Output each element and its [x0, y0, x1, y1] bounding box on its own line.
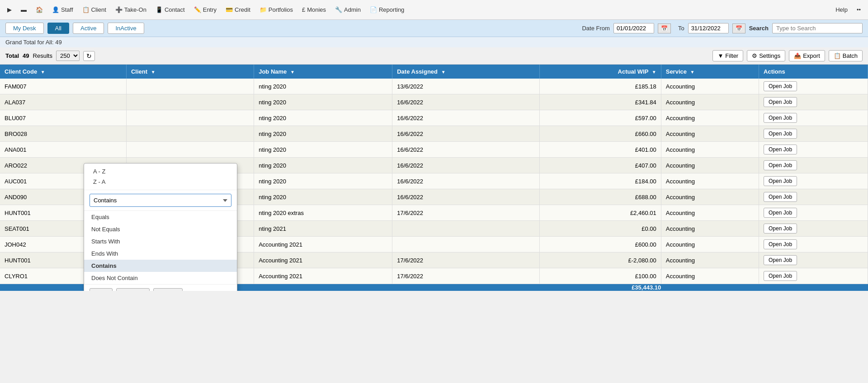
cell-date-assigned: 17/6/2022: [392, 252, 539, 268]
cell-client-code: FAM007: [0, 79, 126, 94]
open-job-button[interactable]: Open Job: [764, 81, 797, 91]
cell-actual-wip: £688.00: [539, 189, 661, 205]
open-job-button[interactable]: Open Job: [764, 113, 797, 123]
open-job-button[interactable]: Open Job: [764, 145, 797, 154]
cell-client: [126, 79, 254, 94]
more-nav[interactable]: ••: [853, 5, 864, 15]
cell-actual-wip: £0.00: [539, 221, 661, 237]
cell-client: [126, 94, 254, 110]
to-label: To: [678, 25, 684, 32]
total-label: Total: [5, 52, 19, 59]
help-nav[interactable]: Help: [832, 5, 851, 15]
open-job-button[interactable]: Open Job: [764, 224, 797, 234]
cell-job-name: Accounting 2021: [254, 237, 392, 252]
cell-actual-wip: £660.00: [539, 126, 661, 142]
open-job-button[interactable]: Open Job: [764, 129, 797, 139]
sort-az-option[interactable]: A - Z: [90, 166, 231, 177]
portfolios-icon: 📁: [259, 6, 267, 13]
open-job-button[interactable]: Open Job: [764, 192, 797, 202]
sort-za-option[interactable]: Z - A: [90, 177, 231, 187]
date-from-input[interactable]: [613, 23, 654, 33]
batch-button[interactable]: 📋 Batch: [829, 50, 863, 61]
credit-nav[interactable]: 💳 Credit: [222, 5, 254, 15]
export-button[interactable]: 📤 Export: [789, 50, 825, 61]
admin-nav[interactable]: 🔧 Admin: [331, 5, 364, 15]
equals-option[interactable]: Equals: [84, 211, 237, 223]
client-code-header[interactable]: Client Code ▼: [0, 65, 126, 79]
service-header[interactable]: Service ▼: [661, 65, 759, 79]
open-job-button[interactable]: Open Job: [764, 271, 797, 281]
search-input[interactable]: [772, 23, 863, 33]
date-assigned-header[interactable]: Date Assigned ▼: [392, 65, 539, 79]
cell-client-code: BLU007: [0, 110, 126, 126]
settings-button[interactable]: ⚙ Settings: [747, 50, 785, 61]
cell-service: Accounting: [661, 158, 759, 173]
menu-icon[interactable]: ▬: [17, 5, 30, 15]
cell-date-assigned: 16/6/2022: [392, 158, 539, 173]
actual-wip-header[interactable]: Actual WIP ▼: [539, 65, 661, 79]
contains-option[interactable]: Contains: [84, 260, 237, 272]
open-job-button[interactable]: Open Job: [764, 97, 797, 107]
reporting-nav[interactable]: 📄 Reporting: [366, 5, 408, 15]
cell-date-assigned: 17/6/2022: [392, 268, 539, 284]
cell-action: Open Job: [759, 94, 868, 110]
job-name-header[interactable]: Job Name ▼: [254, 65, 392, 79]
filter-ok-button[interactable]: Ok: [90, 288, 113, 291]
client-header[interactable]: Client ▼: [126, 65, 254, 79]
cell-job-name: nting 2020: [254, 173, 392, 189]
cell-date-assigned: 16/6/2022: [392, 173, 539, 189]
cell-job-name: nting 2020: [254, 126, 392, 142]
does-not-contain-option[interactable]: Does Not Contain: [84, 272, 237, 284]
cell-actual-wip: £407.00: [539, 158, 661, 173]
cell-date-assigned: [392, 237, 539, 252]
cell-job-name: nting 2020: [254, 142, 392, 158]
results-select[interactable]: 50 100 250 500: [56, 51, 80, 61]
active-tab[interactable]: Active: [73, 23, 104, 34]
filter-icon: ▼: [717, 52, 723, 59]
ends-with-option[interactable]: Ends With: [84, 248, 237, 260]
cell-client-code: BRO028: [0, 126, 126, 142]
refresh-button[interactable]: ↻: [83, 51, 95, 61]
client-nav[interactable]: 📋 Client: [79, 5, 110, 15]
portfolios-nav[interactable]: 📁 Portfolios: [256, 5, 297, 15]
takeon-nav[interactable]: ➕ Take-On: [112, 5, 150, 15]
cell-service: Accounting: [661, 142, 759, 158]
date-to-calendar-button[interactable]: 📅: [732, 23, 745, 33]
open-job-button[interactable]: Open Job: [764, 255, 797, 265]
date-from-calendar-button[interactable]: 📅: [658, 23, 671, 33]
cell-action: Open Job: [759, 126, 868, 142]
staff-nav[interactable]: 👤 Staff: [48, 5, 77, 15]
all-tab[interactable]: All: [47, 23, 69, 34]
date-to-input[interactable]: [688, 23, 729, 33]
filter-clear-button[interactable]: Clear: [153, 288, 183, 291]
cell-action: Open Job: [759, 79, 868, 94]
cell-service: Accounting: [661, 173, 759, 189]
open-job-button[interactable]: Open Job: [764, 239, 797, 249]
filter-button[interactable]: ▼ Filter: [712, 50, 743, 61]
cell-job-name: nting 2020: [254, 189, 392, 205]
cell-job-name: Accounting 2021: [254, 252, 392, 268]
home-icon[interactable]: 🏠: [32, 5, 47, 15]
cell-job-name: Accounting 2021: [254, 268, 392, 284]
cell-service: Accounting: [661, 94, 759, 110]
inactive-tab[interactable]: InActive: [108, 23, 144, 34]
cell-service: Accounting: [661, 79, 759, 94]
forward-nav[interactable]: ▶: [4, 5, 15, 15]
starts-with-option[interactable]: Starts With: [84, 235, 237, 248]
filter-cancel-button[interactable]: Cancel: [116, 288, 150, 291]
date-from-label: Date From: [582, 25, 609, 32]
cell-action: Open Job: [759, 158, 868, 173]
monies-nav[interactable]: £ Monies: [298, 5, 330, 15]
entry-nav[interactable]: ✏️ Entry: [190, 5, 220, 15]
filter-type-select[interactable]: Equals Not Equals Starts With Ends With …: [90, 194, 231, 207]
not-equals-option[interactable]: Not Equals: [84, 223, 237, 235]
footer-total-wip: £35,443.10: [539, 284, 661, 291]
open-job-button[interactable]: Open Job: [764, 176, 797, 186]
cell-action: Open Job: [759, 173, 868, 189]
open-job-button[interactable]: Open Job: [764, 208, 797, 218]
contact-nav[interactable]: 📱 Contact: [152, 5, 189, 15]
open-job-button[interactable]: Open Job: [764, 160, 797, 170]
cell-client: [126, 142, 254, 158]
client-icon: 📋: [82, 6, 90, 13]
mydesk-tab[interactable]: My Desk: [5, 23, 44, 34]
